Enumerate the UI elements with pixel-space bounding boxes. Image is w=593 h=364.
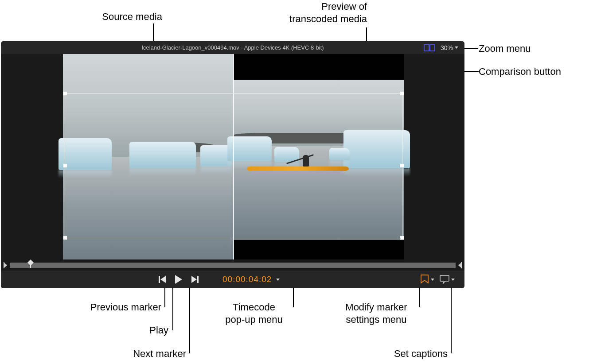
label-set-captions: Set captions	[359, 348, 448, 360]
titlebar-text: Iceland-Glacier-Lagoon_v000494.mov - App…	[141, 44, 324, 51]
chevron-down-icon	[451, 279, 455, 281]
titlebar: Iceland-Glacier-Lagoon_v000494.mov - App…	[1, 41, 464, 54]
svg-rect-0	[424, 45, 429, 51]
svg-rect-4	[159, 276, 160, 283]
titlebar-separator: -	[239, 44, 244, 51]
preview-window: Iceland-Glacier-Lagoon_v000494.mov - App…	[1, 41, 464, 288]
svg-rect-3	[461, 262, 462, 268]
titlebar-preset: Apple Devices 4K (HEVC 8-bit)	[244, 44, 324, 51]
playhead[interactable]	[27, 259, 34, 265]
controls-bar: 00:00:04:02	[1, 271, 464, 288]
out-point-icon[interactable]	[457, 262, 462, 268]
label-source-media: Source media	[69, 11, 162, 23]
label-timecode-popup: Timecode pop-up menu	[210, 301, 298, 325]
chevron-down-icon	[431, 279, 434, 281]
label-next-marker: Next marker	[89, 348, 186, 360]
crop-frame[interactable]	[65, 93, 402, 238]
timeline-track[interactable]	[10, 263, 456, 268]
zoom-value: 30%	[441, 44, 453, 51]
svg-rect-2	[4, 262, 4, 268]
label-previous-marker: Previous marker	[44, 301, 161, 314]
chevron-down-icon	[455, 46, 458, 49]
next-marker-button[interactable]	[191, 275, 199, 283]
in-point-icon[interactable]	[4, 262, 8, 268]
zoom-menu[interactable]: 30%	[441, 44, 458, 51]
modify-marker-menu[interactable]	[420, 275, 434, 284]
preview-area	[1, 54, 464, 259]
svg-rect-5	[197, 276, 199, 283]
label-modify-marker-menu: Modify marker settings menu	[330, 301, 423, 325]
timeline[interactable]	[1, 259, 464, 271]
set-captions-button[interactable]	[440, 275, 455, 284]
label-zoom-menu: Zoom menu	[479, 43, 531, 55]
play-button[interactable]	[175, 275, 183, 284]
svg-rect-1	[430, 45, 435, 51]
timecode-popup-chevron-icon[interactable]	[276, 279, 280, 281]
timecode-display[interactable]: 00:00:04:02	[222, 275, 272, 284]
previous-marker-button[interactable]	[159, 275, 167, 283]
comparison-button[interactable]	[424, 44, 435, 51]
titlebar-filename: Iceland-Glacier-Lagoon_v000494.mov	[141, 44, 239, 51]
label-preview-transcoded: Preview of transcoded media	[248, 0, 367, 25]
label-comparison-button: Comparison button	[479, 66, 561, 78]
label-play: Play	[89, 324, 168, 337]
